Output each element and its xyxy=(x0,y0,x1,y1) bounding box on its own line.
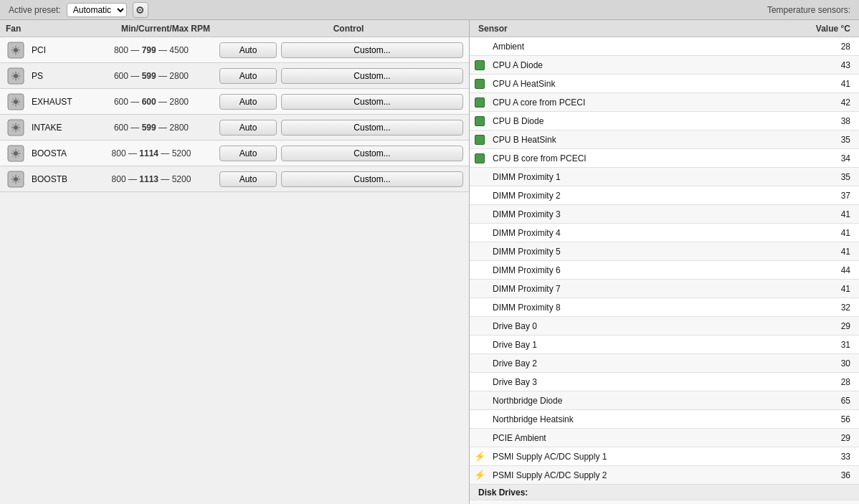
fan-auto-button[interactable]: Auto xyxy=(219,68,277,84)
fan-auto-button[interactable]: Auto xyxy=(219,146,277,161)
sensor-row: Drive Bay 230 xyxy=(470,354,859,373)
fan-panel: Fan Min/Current/Max RPM Control PCI800 —… xyxy=(0,20,470,504)
sensor-row: DIMM Proximity 741 xyxy=(470,280,859,298)
fan-icon xyxy=(6,40,26,60)
svg-point-3 xyxy=(14,74,18,78)
sensor-row: DIMM Proximity 441 xyxy=(470,224,859,242)
sensor-value: 44 xyxy=(802,265,859,275)
sensor-name: Northbridge Heatsink xyxy=(490,414,802,424)
svg-point-1 xyxy=(14,48,18,52)
svg-point-7 xyxy=(14,125,18,130)
sensor-value: 31 xyxy=(802,340,859,350)
fan-controls: AutoCustom... xyxy=(219,146,463,161)
sensor-name: CPU A Diode xyxy=(490,60,802,70)
fan-icon xyxy=(6,169,26,189)
sensor-name: Drive Bay 2 xyxy=(490,358,802,369)
sensor-row: DIMM Proximity 832 xyxy=(470,298,859,317)
sensor-name: CPU A core from PCECI xyxy=(490,98,802,108)
sensor-panel: Sensor Value °C Ambient28CPU A Diode43CP… xyxy=(470,20,859,504)
sensor-row: Drive Bay 029 xyxy=(470,317,859,336)
fan-controls: AutoCustom... xyxy=(219,68,463,84)
gear-button[interactable]: ⚙ xyxy=(133,2,148,18)
sensor-name: Drive Bay 0 xyxy=(490,321,802,331)
fan-auto-button[interactable]: Auto xyxy=(219,120,277,135)
fan-auto-button[interactable]: Auto xyxy=(219,94,277,110)
chip-icon xyxy=(470,98,490,108)
fan-custom-button[interactable]: Custom... xyxy=(281,120,463,135)
sensor-value: 42 xyxy=(802,98,859,108)
fan-auto-button[interactable]: Auto xyxy=(219,42,277,58)
chip-icon xyxy=(470,153,490,163)
sensor-name: CPU B Diode xyxy=(490,116,802,126)
fan-name: PS xyxy=(32,71,83,81)
sensor-name: DIMM Proximity 6 xyxy=(490,265,802,275)
fan-custom-button[interactable]: Custom... xyxy=(281,42,463,58)
sensor-header-sensor: Sensor xyxy=(478,24,508,34)
sensor-value: 35 xyxy=(802,172,859,182)
fan-icon xyxy=(6,66,26,86)
chip-icon xyxy=(470,79,490,89)
sensor-row: CPU A Diode43 xyxy=(470,56,859,75)
sensor-name: PCIE Ambient xyxy=(490,433,802,443)
fan-rpm: 600 — 599 — 2800 xyxy=(83,123,219,133)
fan-custom-button[interactable]: Custom... xyxy=(281,146,463,161)
chip-icon xyxy=(470,60,490,70)
fan-row: PCI800 — 799 — 4500AutoCustom... xyxy=(0,37,469,63)
fan-rpm: 600 — 599 — 2800 xyxy=(83,71,219,81)
sensor-section-header: Disk Drives: xyxy=(470,488,859,498)
fan-custom-button[interactable]: Custom... xyxy=(281,171,463,187)
sensor-value: 41 xyxy=(802,228,859,238)
fan-row: EXHAUST600 — 600 — 2800AutoCustom... xyxy=(0,89,469,115)
fan-controls: AutoCustom... xyxy=(219,171,463,187)
fan-name: EXHAUST xyxy=(32,97,83,107)
sensor-rows: Ambient28CPU A Diode43CPU A HeatSink41CP… xyxy=(470,37,859,504)
sensor-row: ⚡PSMI Supply AC/DC Supply 236 xyxy=(470,466,859,485)
sensor-row: PCIE Ambient29 xyxy=(470,429,859,447)
fan-name: BOOSTA xyxy=(32,148,83,158)
chip-icon xyxy=(470,135,490,145)
fan-rows: PCI800 — 799 — 4500AutoCustom... PS600 —… xyxy=(0,37,469,504)
sensor-name: DIMM Proximity 7 xyxy=(490,284,802,294)
fan-row: BOOSTB800 — 1113 — 5200AutoCustom... xyxy=(0,166,469,192)
sensor-name: DIMM Proximity 3 xyxy=(490,209,802,219)
sensor-row: Disk Drives: xyxy=(470,485,859,500)
sensor-row: DIMM Proximity 341 xyxy=(470,205,859,224)
sensor-row: CPU B Diode38 xyxy=(470,112,859,130)
sensor-value: 28 xyxy=(802,42,859,52)
fan-auto-button[interactable]: Auto xyxy=(219,171,277,187)
sensor-row: CPU B core from PCECI34 xyxy=(470,149,859,168)
sensor-row: DIMM Proximity 237 xyxy=(470,186,859,205)
sensor-value: 35 xyxy=(802,135,859,145)
fan-row: PS600 — 599 — 2800AutoCustom... xyxy=(0,63,469,89)
fan-name: PCI xyxy=(32,45,83,55)
sensor-value: 33 xyxy=(802,452,859,462)
sensor-value: 56 xyxy=(802,414,859,424)
sensor-value: 29 xyxy=(802,433,859,443)
sensor-row: DIMM Proximity 541 xyxy=(470,242,859,261)
sensor-name: Ambient xyxy=(490,42,802,52)
sensor-row: Samsung SSD 970 EVO Plus 1TB50 xyxy=(470,500,859,504)
sensor-value: 29 xyxy=(802,321,859,331)
fan-custom-button[interactable]: Custom... xyxy=(281,68,463,84)
temperature-sensors-label: Temperature sensors: xyxy=(767,5,850,15)
svg-point-9 xyxy=(14,151,18,156)
sensor-name: Drive Bay 3 xyxy=(490,377,802,387)
fan-row: INTAKE600 — 599 — 2800AutoCustom... xyxy=(0,115,469,141)
sensor-value: 65 xyxy=(802,396,859,406)
sensor-value: 32 xyxy=(802,303,859,313)
sensor-value: 41 xyxy=(802,79,859,89)
fan-header-control: Control xyxy=(333,24,364,34)
fan-custom-button[interactable]: Custom... xyxy=(281,94,463,110)
sensor-row: CPU A HeatSink41 xyxy=(470,75,859,93)
sensor-value: 36 xyxy=(802,470,859,480)
fan-icon xyxy=(6,143,26,163)
chip-icon xyxy=(470,116,490,126)
sensor-name: CPU B core from PCECI xyxy=(490,153,802,163)
top-bar: Active preset: Automatic Custom ⚙ Temper… xyxy=(0,0,859,20)
sensor-row: Drive Bay 328 xyxy=(470,373,859,391)
preset-select[interactable]: Automatic Custom xyxy=(67,3,127,17)
active-preset-label: Active preset: xyxy=(9,5,61,15)
sensor-name: DIMM Proximity 8 xyxy=(490,303,802,313)
sensor-name: PSMI Supply AC/DC Supply 1 xyxy=(490,452,802,462)
sensor-row: Drive Bay 131 xyxy=(470,336,859,354)
